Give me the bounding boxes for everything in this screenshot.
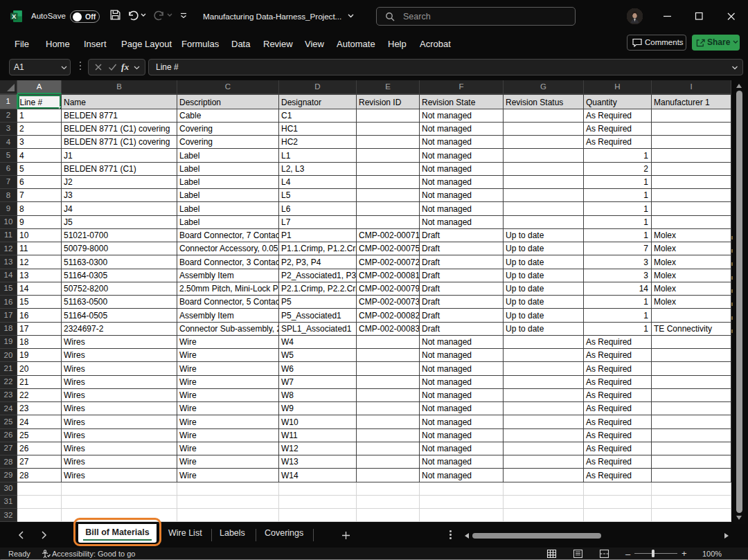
svg-text:X: X [12, 12, 17, 20]
